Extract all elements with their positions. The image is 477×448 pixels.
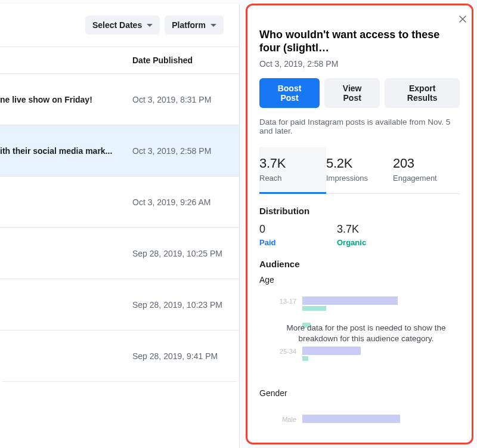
- paid-value: 0: [259, 223, 337, 236]
- bar-series-2: [302, 306, 326, 311]
- metric-tab-engagement[interactable]: 203Engagement: [393, 147, 460, 193]
- metric-label: Reach: [259, 174, 326, 183]
- date-published-cell: Sep 28, 2019, 10:25 PM: [132, 249, 222, 258]
- age-bar-row: 13-17: [259, 296, 460, 322]
- select-dates-label: Select Dates: [92, 20, 142, 30]
- metric-tab-reach[interactable]: 3.7KReach: [259, 147, 326, 193]
- platform-dropdown[interactable]: Platform: [165, 16, 224, 35]
- date-published-cell: Oct 3, 2019, 8:31 PM: [132, 95, 211, 104]
- age-label: Age: [259, 275, 460, 285]
- metric-value: 203: [393, 156, 460, 171]
- age-bar-row: 25-34: [259, 347, 460, 372]
- date-published-cell: Sep 28, 2019, 9:41 PM: [132, 351, 218, 361]
- filter-bar: Select Dates Platform: [0, 4, 239, 47]
- organic-label: Organic: [337, 238, 414, 247]
- metric-tab-impressions[interactable]: 5.2KImpressions: [326, 147, 393, 193]
- organic-value: 3.7K: [337, 223, 414, 236]
- audience-heading: Audience: [259, 259, 460, 269]
- bar-series-1: [302, 347, 361, 355]
- table-row[interactable]: Oct 3, 2019, 9:26 AM: [0, 177, 239, 228]
- view-post-button[interactable]: View Post: [324, 78, 380, 108]
- export-results-button[interactable]: Export Results: [385, 78, 460, 108]
- post-title-cell: ith their social media mark...: [0, 146, 132, 156]
- chevron-down-icon: [210, 24, 216, 27]
- bar-series-1: [302, 296, 398, 305]
- age-bucket-label: 13-17: [259, 296, 302, 305]
- table-row[interactable]: ith their social media mark...Oct 3, 201…: [0, 125, 239, 177]
- date-published-cell: Sep 28, 2019, 10:23 PM: [132, 300, 222, 310]
- boost-post-button[interactable]: Boost Post: [259, 78, 320, 108]
- metric-value: 3.7K: [259, 156, 326, 171]
- distribution-heading: Distribution: [259, 206, 460, 216]
- paid-label: Paid: [259, 238, 337, 247]
- chevron-down-icon: [147, 24, 153, 27]
- post-timestamp: Oct 3, 2019, 2:58 PM: [259, 59, 460, 69]
- metric-tabs: 3.7KReach5.2KImpressions203Engagement: [259, 147, 460, 194]
- post-title-cell: ne live show on Friday!: [0, 95, 132, 104]
- metric-value: 5.2K: [326, 156, 393, 171]
- column-header-date-published: Date Published: [0, 47, 239, 74]
- gender-label: Gender: [259, 388, 460, 398]
- post-detail-panel: Who wouldn't want access to these four (…: [246, 4, 473, 444]
- date-published-cell: Oct 3, 2019, 2:58 PM: [132, 146, 211, 156]
- data-availability-note: Data for paid Instagram posts is availab…: [259, 118, 460, 135]
- gender-bar-row: Male: [259, 415, 460, 423]
- table-row[interactable]: ne live show on Friday!Oct 3, 2019, 8:31…: [0, 74, 239, 125]
- audience-data-needed-message: More data for the post is needed to show…: [272, 323, 460, 344]
- bar-series-2: [302, 356, 308, 361]
- table-row[interactable]: Sep 28, 2019, 10:25 PM: [0, 228, 239, 279]
- age-bucket-label: 25-34: [259, 347, 302, 355]
- bar-series-1: [302, 415, 400, 423]
- metric-label: Impressions: [326, 174, 393, 183]
- table-row[interactable]: Sep 28, 2019, 9:41 PM: [0, 330, 239, 382]
- date-published-cell: Oct 3, 2019, 9:26 AM: [132, 197, 211, 207]
- metric-label: Engagement: [393, 174, 460, 183]
- platform-label: Platform: [172, 20, 206, 30]
- table-row[interactable]: Sep 28, 2019, 10:23 PM: [0, 279, 239, 330]
- gender-bucket-label: Male: [259, 415, 302, 423]
- gender-chart: Male: [259, 415, 460, 423]
- select-dates-dropdown[interactable]: Select Dates: [85, 16, 160, 35]
- age-chart: 13-1725-34 More data for the post is nee…: [259, 296, 460, 380]
- close-icon[interactable]: [457, 14, 468, 24]
- post-title: Who wouldn't want access to these four (…: [259, 28, 460, 54]
